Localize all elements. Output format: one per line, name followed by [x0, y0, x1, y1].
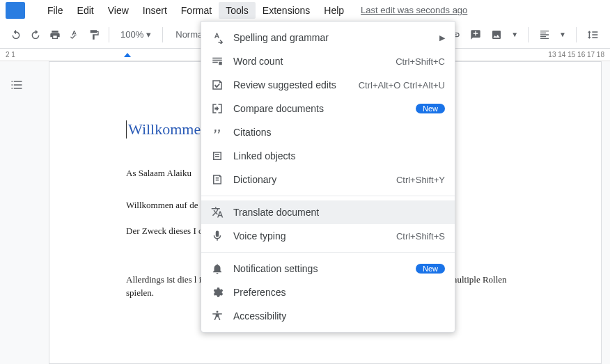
menu-item-label: Word count — [233, 56, 386, 67]
menu-item-label: Notification settings — [233, 263, 406, 274]
translate-icon — [211, 206, 224, 219]
tools-preferences[interactable]: Preferences — [201, 280, 455, 304]
insert-comment-icon[interactable] — [469, 29, 482, 41]
chevron-down-icon: ▾ — [146, 29, 151, 40]
document-outline-icon[interactable] — [10, 78, 24, 92]
tools-linked-objects[interactable]: Linked objects — [201, 144, 455, 168]
shortcut-text: Ctrl+Shift+Y — [396, 175, 445, 185]
spelling-icon — [211, 31, 224, 44]
paint-format-icon[interactable] — [88, 29, 100, 41]
tools-accessibility[interactable]: Accessibility — [201, 304, 455, 328]
chevron-down-icon[interactable]: ▼ — [511, 31, 518, 38]
compare-icon — [211, 102, 224, 115]
tools-word-count[interactable]: Word countCtrl+Shift+C — [201, 49, 455, 73]
menu-item-label: Citations — [233, 127, 445, 138]
ruler-right-ticks: 13 14 15 16 17 18 — [548, 51, 604, 58]
tools-menu-dropdown: Spelling and grammar▶Word countCtrl+Shif… — [201, 21, 455, 333]
voice-icon — [211, 230, 224, 242]
tools-compare-documents[interactable]: Compare documentsNew — [201, 97, 455, 120]
menu-item-label: Translate document — [233, 207, 445, 218]
line-spacing-icon[interactable] — [586, 29, 599, 41]
chevron-down-icon[interactable]: ▼ — [559, 31, 566, 38]
separator — [162, 27, 163, 42]
separator — [109, 27, 109, 42]
menu-item-label: Dictionary — [233, 174, 386, 185]
zoom-select[interactable]: 100%▾ — [118, 29, 154, 40]
align-icon[interactable] — [538, 29, 551, 41]
ruler-left-ticks: 2 1 — [6, 51, 15, 58]
menu-edit[interactable]: Edit — [70, 2, 101, 19]
menu-separator — [201, 196, 455, 196]
citations-icon — [211, 126, 224, 139]
print-icon[interactable] — [49, 29, 61, 41]
new-badge: New — [416, 104, 445, 113]
shortcut-text: Ctrl+Shift+S — [396, 231, 445, 242]
redo-icon[interactable] — [29, 29, 42, 41]
dictionary-icon — [211, 173, 224, 186]
tools-dictionary[interactable]: DictionaryCtrl+Shift+Y — [201, 168, 455, 191]
menu-help[interactable]: Help — [317, 2, 351, 19]
zoom-value: 100% — [120, 29, 143, 40]
review-icon — [211, 79, 224, 91]
undo-icon[interactable] — [10, 29, 22, 41]
linked-icon — [211, 150, 224, 162]
tools-spelling-and-grammar[interactable]: Spelling and grammar▶ — [201, 26, 455, 49]
menu-file[interactable]: File — [40, 2, 70, 19]
last-edit-link[interactable]: Last edit was seconds ago — [361, 5, 467, 15]
submenu-arrow-icon: ▶ — [439, 33, 445, 42]
tools-translate-document[interactable]: Translate document — [201, 200, 455, 224]
notification-icon — [211, 262, 224, 275]
tools-citations[interactable]: Citations — [201, 120, 455, 144]
menu-separator — [201, 252, 455, 253]
menu-item-label: Accessibility — [233, 310, 445, 322]
menu-item-label: Linked objects — [233, 150, 445, 161]
indent-marker-icon[interactable] — [124, 53, 131, 57]
menu-item-label: Compare documents — [233, 103, 406, 114]
menu-insert[interactable]: Insert — [136, 2, 174, 19]
tools-notification-settings[interactable]: Notification settingsNew — [201, 257, 455, 280]
menu-tools[interactable]: Tools — [219, 2, 256, 19]
separator — [528, 27, 529, 42]
menu-item-label: Voice typing — [233, 230, 386, 242]
docs-logo-icon[interactable] — [6, 2, 25, 19]
menubar: FileEditViewInsertFormatToolsExtensionsH… — [0, 0, 610, 21]
insert-image-icon[interactable] — [490, 29, 503, 41]
menu-item-label: Preferences — [233, 287, 445, 298]
menu-view[interactable]: View — [101, 2, 136, 19]
separator — [576, 27, 577, 42]
tools-voice-typing[interactable]: Voice typingCtrl+Shift+S — [201, 224, 455, 248]
menu-item-label: Spelling and grammar — [233, 32, 430, 43]
menu-extensions[interactable]: Extensions — [256, 2, 317, 19]
shortcut-text: Ctrl+Shift+C — [396, 56, 445, 67]
menu-format[interactable]: Format — [174, 2, 219, 19]
new-badge: New — [416, 264, 445, 274]
tools-review-suggested-edits[interactable]: Review suggested editsCtrl+Alt+O Ctrl+Al… — [201, 73, 455, 97]
shortcut-text: Ctrl+Alt+O Ctrl+Alt+U — [359, 80, 445, 90]
menu-item-label: Review suggested edits — [233, 79, 349, 90]
preferences-icon — [211, 286, 224, 299]
wordcount-icon — [211, 55, 224, 68]
accessibility-icon — [211, 310, 224, 322]
spellcheck-icon[interactable] — [68, 29, 81, 41]
